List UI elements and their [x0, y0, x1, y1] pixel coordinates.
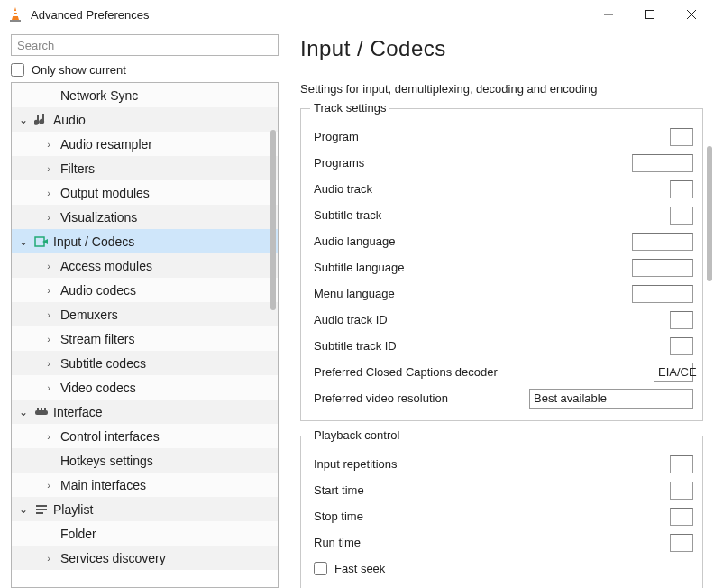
setting-input[interactable] [632, 285, 693, 303]
tree-category[interactable]: ⌄Input / Codecs [12, 229, 278, 253]
tree-item[interactable]: ›Output modules [12, 180, 278, 205]
tree-category[interactable]: ⌄Interface [12, 400, 278, 424]
setting-input[interactable] [632, 154, 693, 172]
setting-input[interactable] [670, 455, 693, 473]
setting-select[interactable]: Best available [529, 389, 693, 409]
tree-item[interactable]: ›Access modules [12, 253, 278, 278]
setting-row: Programs [314, 150, 693, 176]
setting-label: Fast seek [334, 562, 385, 575]
tree-item[interactable]: ›Stream filters [12, 326, 278, 351]
setting-input[interactable] [670, 180, 693, 198]
setting-row: Preferred Closed Captions decoderEIA/CE [314, 359, 693, 385]
tree-item-label: Access modules [60, 259, 152, 273]
tree-item-label: Subtitle codecs [60, 356, 146, 371]
setting-row: Stop time [314, 503, 693, 529]
tree-item[interactable]: ›Demuxers [12, 302, 278, 326]
setting-select[interactable]: EIA/CE [654, 363, 693, 382]
chevron-right-icon: › [42, 309, 55, 320]
setting-label: Audio language [314, 234, 625, 248]
chevron-down-icon: ⌄ [17, 503, 30, 516]
tree-item[interactable]: ›Control interfaces [12, 424, 278, 448]
chevron-down-icon: ⌄ [17, 235, 30, 248]
playlist-icon [33, 501, 50, 518]
tree-item-label: Stream filters [60, 332, 134, 346]
setting-row: Audio language [314, 228, 693, 254]
window-title: Advanced Preferences [31, 8, 588, 22]
tree-item[interactable]: Folder [12, 521, 278, 546]
setting-row: Audio track ID [314, 307, 693, 333]
only-show-current-label[interactable]: Only show current [32, 63, 126, 77]
chevron-right-icon: › [42, 431, 55, 442]
svg-rect-9 [35, 410, 48, 415]
setting-input[interactable] [670, 508, 693, 526]
setting-label: Menu language [314, 287, 625, 300]
setting-input[interactable] [670, 482, 693, 500]
svg-rect-5 [646, 11, 654, 19]
only-show-current-checkbox[interactable] [11, 63, 24, 77]
svg-marker-0 [12, 7, 19, 20]
panel-heading: Input / Codecs [300, 36, 703, 69]
tree-category[interactable]: ⌄Audio [12, 107, 278, 132]
setting-label: Programs [314, 156, 625, 170]
chevron-right-icon: › [42, 358, 55, 369]
setting-row: Start time [314, 477, 693, 503]
tree-item-label: Input / Codecs [53, 234, 134, 249]
setting-label: Program [314, 130, 663, 143]
tree-scrollbar[interactable] [269, 85, 276, 585]
tree-category[interactable]: ⌄Playlist [12, 497, 278, 521]
chevron-right-icon: › [42, 188, 55, 198]
setting-row: Run time [314, 529, 693, 556]
chevron-down-icon: ⌄ [17, 406, 30, 418]
setting-input[interactable] [632, 233, 693, 251]
setting-row: Subtitle language [314, 254, 693, 280]
tree-item-label: Output modules [60, 186, 150, 200]
setting-checkbox[interactable] [314, 562, 327, 575]
settings-panel: Input / Codecs Settings for input, demul… [286, 29, 714, 588]
chevron-right-icon: › [42, 139, 55, 150]
setting-input[interactable] [670, 311, 693, 329]
tree-item-label: Audio [53, 113, 86, 127]
tree-item[interactable]: Hotkeys settings [12, 448, 278, 473]
setting-input[interactable] [670, 128, 693, 146]
setting-label: Input repetitions [314, 457, 663, 471]
setting-label: Stop time [314, 510, 663, 523]
tree-item[interactable]: ›Filters [12, 156, 278, 180]
tree-item[interactable]: ›Services discovery [12, 546, 278, 570]
tree-item[interactable]: Network Sync [12, 83, 278, 107]
tree-item[interactable]: ›Audio codecs [12, 278, 278, 302]
tree-item[interactable]: ›Visualizations [12, 205, 278, 229]
chevron-right-icon: › [42, 334, 55, 345]
tree-item[interactable]: ›Video codecs [12, 375, 278, 400]
tree-item-label: Audio resampler [60, 137, 152, 152]
tree-item[interactable]: ›Subtitle codecs [12, 351, 278, 375]
panel-scrollbar[interactable] [705, 69, 712, 586]
search-input[interactable] [11, 34, 279, 56]
tree-item-label: Playlist [53, 502, 93, 517]
audio-icon [33, 112, 50, 128]
chevron-right-icon: › [42, 285, 55, 296]
setting-label: Run time [314, 536, 663, 549]
setting-label: Audio track ID [314, 313, 663, 326]
setting-input[interactable] [670, 534, 693, 552]
setting-input[interactable] [670, 207, 693, 225]
minimize-button[interactable] [588, 0, 629, 29]
setting-input[interactable] [670, 337, 693, 355]
setting-row: Program [314, 124, 693, 150]
maximize-button[interactable] [629, 0, 671, 29]
setting-label: Preferred Closed Captions decoder [314, 365, 646, 379]
tree-item-label: Services discovery [60, 551, 166, 565]
setting-input[interactable] [632, 259, 693, 277]
chevron-right-icon: › [42, 261, 55, 271]
close-button[interactable] [671, 0, 712, 29]
interface-icon [33, 404, 50, 420]
setting-label: Preferred video resolution [314, 391, 522, 405]
sidebar: Only show current Network Sync⌄Audio›Aud… [0, 29, 286, 588]
tree-item-label: Audio codecs [60, 283, 136, 298]
setting-row: Preferred video resolutionBest available [314, 385, 693, 411]
group-legend: Playback control [310, 428, 403, 442]
chevron-down-icon: ⌄ [17, 114, 30, 126]
tree-item[interactable]: ›Audio resampler [12, 132, 278, 156]
titlebar: Advanced Preferences [0, 0, 714, 29]
svg-rect-1 [14, 11, 18, 13]
tree-item[interactable]: ›Main interfaces [12, 473, 278, 497]
